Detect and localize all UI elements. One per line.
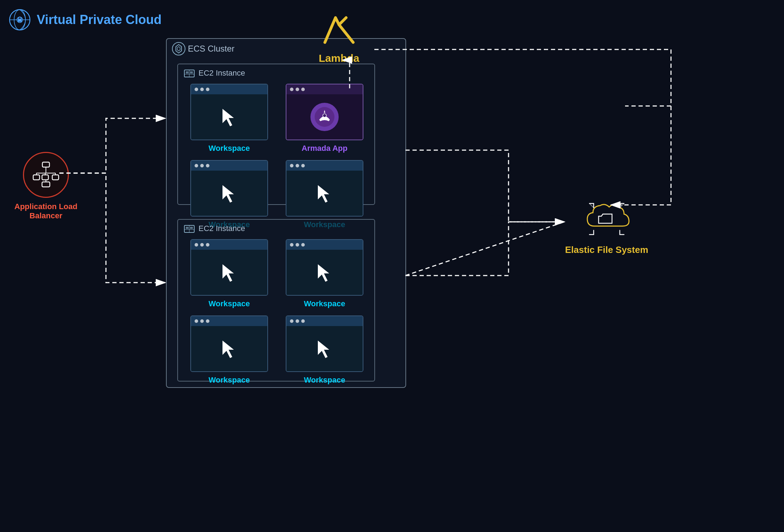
workspace-window-2	[190, 160, 268, 217]
ec2-top-label: EC2 Instance	[198, 69, 245, 78]
workspace-window-5	[286, 239, 363, 296]
svg-marker-11	[222, 108, 235, 127]
workspace-label-5: Workspace	[304, 299, 345, 308]
dot-5a	[290, 243, 293, 247]
window-body-5	[286, 250, 363, 295]
vpc-title: Virtual Private Cloud	[37, 12, 161, 27]
svg-rect-28	[52, 175, 59, 180]
svg-line-36	[589, 203, 594, 208]
ec2-top-box: EC2 Instance	[177, 64, 375, 205]
titlebar-armada	[286, 84, 363, 94]
cursor-icon-4	[219, 262, 240, 283]
window-body-3	[286, 171, 363, 216]
ecs-cluster-label: ECS Cluster	[188, 44, 234, 54]
ecs-cluster-icon	[172, 42, 186, 56]
lambda-icon	[318, 7, 360, 49]
dot-6b	[200, 319, 204, 323]
svg-marker-21	[222, 264, 235, 282]
ec2-top-workspace-grid: Workspace	[185, 84, 369, 229]
dot-7b	[296, 319, 299, 323]
dot-4a	[195, 243, 198, 247]
svg-rect-4	[18, 19, 22, 22]
dot-a1	[290, 88, 293, 91]
svg-rect-27	[42, 175, 48, 180]
alb-label: Application Load Balancer	[11, 202, 81, 220]
workspace5-to-efs-line	[405, 222, 564, 276]
cursor-icon-5	[314, 262, 335, 283]
workspace-card-4: Workspace	[185, 239, 273, 308]
ec2-bottom-icon	[183, 223, 196, 235]
titlebar-3	[286, 161, 363, 171]
workspace-window-armada	[286, 84, 363, 140]
svg-marker-14	[222, 184, 235, 203]
workspace-window-6	[190, 315, 268, 372]
dot-3c	[301, 164, 305, 167]
workspace-card-7: Workspace	[280, 315, 369, 385]
dot-2a	[195, 164, 198, 167]
svg-marker-23	[222, 340, 235, 359]
svg-rect-34	[42, 182, 50, 187]
dot-3a	[290, 164, 293, 167]
alb-box: Application Load Balancer	[11, 152, 81, 220]
alb-network-icon	[32, 161, 60, 189]
svg-rect-18	[190, 227, 193, 229]
cursor-icon-7	[314, 338, 335, 359]
ec2-bottom-box: EC2 Instance	[177, 219, 375, 382]
vpc-icon	[8, 8, 31, 31]
workspace-label-4: Workspace	[209, 299, 250, 308]
armada-label: Armada App	[302, 144, 348, 153]
workspace-window-7	[286, 315, 363, 372]
dot-1a	[195, 88, 198, 91]
dot-6c	[206, 319, 209, 323]
svg-rect-17	[186, 227, 189, 229]
lambda-box: Lambda	[318, 7, 360, 64]
cursor-icon-3	[314, 183, 335, 204]
svg-marker-24	[317, 340, 330, 359]
titlebar-5	[286, 240, 363, 250]
efs-box: Elastic File System	[565, 198, 648, 255]
window-body-6	[191, 326, 267, 371]
workspace3-to-efs-arrow	[405, 150, 564, 222]
svg-rect-8	[190, 71, 193, 73]
dot-7a	[290, 319, 293, 323]
svg-marker-15	[317, 184, 330, 203]
dot-4b	[200, 243, 204, 247]
window-body-armada	[286, 94, 363, 140]
ec2-bottom-label: EC2 Instance	[198, 224, 245, 233]
dot-1c	[206, 88, 209, 91]
dot-7c	[301, 319, 305, 323]
window-body-7	[286, 326, 363, 371]
cursor-icon-2	[219, 183, 240, 204]
workspace-card-armada: Armada App	[280, 84, 369, 153]
workspace-label-7: Workspace	[304, 376, 345, 385]
window-body-2	[191, 171, 267, 216]
armada-logo	[310, 103, 339, 131]
svg-point-13	[323, 114, 326, 117]
workspace-label-6: Workspace	[209, 376, 250, 385]
workspace-card-1: Workspace	[185, 84, 273, 153]
titlebar-6	[191, 316, 267, 326]
titlebar-4	[191, 240, 267, 250]
workspace-window-3	[286, 160, 363, 217]
dot-5b	[296, 243, 299, 247]
dot-5c	[301, 243, 305, 247]
workspace-window-1	[190, 84, 268, 140]
lambda-label: Lambda	[319, 52, 359, 64]
alb-circle	[23, 152, 69, 198]
dot-6a	[195, 319, 198, 323]
dot-1b	[200, 88, 204, 91]
efs-icon	[584, 198, 630, 240]
svg-marker-22	[317, 264, 330, 282]
workspace-card-6: Workspace	[185, 315, 273, 385]
window-body-4	[191, 250, 267, 295]
svg-rect-7	[186, 71, 189, 73]
workspace-card-5: Workspace	[280, 239, 369, 308]
svg-rect-25	[42, 162, 49, 167]
titlebar-7	[286, 316, 363, 326]
lambda-to-efs-line	[374, 49, 671, 106]
vpc-header: Virtual Private Cloud	[8, 8, 161, 31]
ecs-cluster-box: ECS Cluster EC2 Instance	[166, 38, 406, 388]
svg-line-37	[620, 203, 624, 208]
titlebar-1	[191, 84, 267, 94]
dot-2b	[200, 164, 204, 167]
